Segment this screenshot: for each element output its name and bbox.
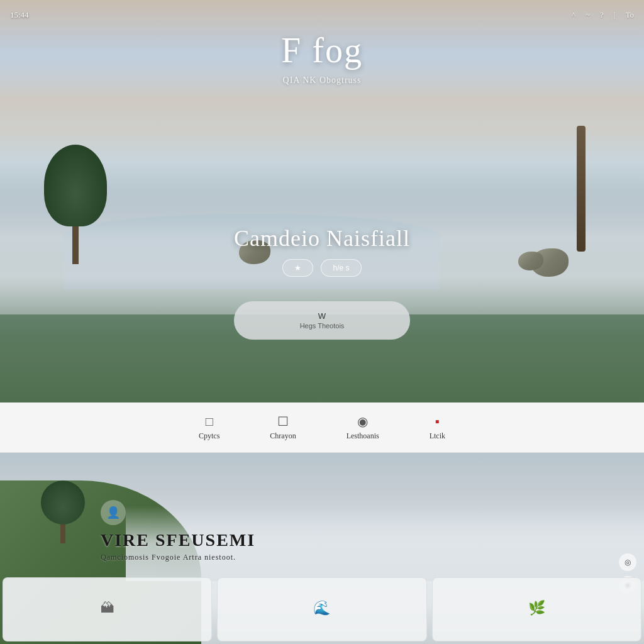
lower-section: 👤 VIRE SFEUSEMI Qamciomosis Fvogoie Artr…: [0, 453, 644, 644]
nav-item-captures[interactable]: □ Cpytcs: [199, 414, 219, 441]
hero-big-button-sub: Hegs Theotois: [284, 322, 360, 330]
locations-icon: ◉: [357, 414, 368, 429]
hero-subtitle: QIA NK Obogtruss: [283, 75, 362, 86]
nav-section: □ Cpytcs ☐ Chrayon ◉ Lesthoanis ▪ Ltcik: [0, 402, 644, 453]
time-display: 15:44: [10, 10, 29, 20]
hero-section: F fog QIA NK Obogtruss Camdeio Naisfiall…: [0, 0, 644, 402]
badge-symbol: 👤: [106, 506, 120, 519]
bottom-card-3[interactable]: 🌿: [432, 577, 641, 641]
lower-badge: 👤: [101, 500, 255, 525]
separator-icon: |: [614, 10, 616, 20]
top-bar: 15:44 ^ ~ ? | To: [0, 0, 644, 30]
locations-label: Lesthoanis: [347, 431, 379, 441]
link-label: Ltcik: [430, 431, 445, 441]
wifi-icon[interactable]: ^: [572, 10, 575, 20]
hero-title: F fog: [281, 30, 363, 70]
nav-item-locations[interactable]: ◉ Lesthoanis: [347, 414, 379, 441]
lower-content-block: 👤 VIRE SFEUSEMI Qamciomosis Fvogoie Artr…: [101, 500, 255, 562]
lower-tree: [38, 480, 88, 543]
card-3-icon: 🌿: [528, 600, 545, 616]
lower-badge-icon: 👤: [101, 500, 126, 525]
window-label: To: [625, 10, 634, 20]
nav-item-characters[interactable]: ☐ Chrayon: [270, 414, 296, 441]
hero-big-button[interactable]: W Hegs Theotois: [234, 301, 410, 340]
bottom-card-2[interactable]: 🌊: [217, 577, 426, 641]
card-2-icon: 🌊: [313, 600, 330, 616]
hero-big-button-main: W: [318, 311, 326, 321]
characters-label: Chrayon: [270, 431, 296, 441]
captures-label: Cpytcs: [199, 431, 219, 441]
lower-icon-1[interactable]: ◎: [619, 553, 636, 571]
captures-icon: □: [206, 414, 213, 429]
lower-sub-text: Qamciomosis Fvogoie Artra niestoot.: [101, 553, 255, 562]
nav-item-link[interactable]: ▪ Ltcik: [430, 414, 445, 441]
bottom-card-1[interactable]: 🏔: [3, 577, 212, 641]
card-1-icon: 🏔: [101, 600, 114, 616]
link-icon: ▪: [435, 414, 440, 429]
hero-btn-1[interactable]: ★: [282, 259, 313, 277]
hero-center-block: Camdeio Naisfiall ★ h/e s: [234, 225, 410, 277]
hero-btn-2[interactable]: h/e s: [321, 259, 361, 277]
signal-icon[interactable]: ~: [586, 10, 590, 20]
lower-main-title: VIRE SFEUSEMI: [101, 530, 255, 550]
place-title: Camdeio Naisfiall: [234, 225, 410, 252]
hero-content: F fog QIA NK Obogtruss Camdeio Naisfiall…: [0, 0, 644, 402]
hero-action-buttons: ★ h/e s: [234, 259, 410, 277]
system-icons: ^ ~ ? | To: [572, 10, 634, 20]
help-icon[interactable]: ?: [600, 10, 604, 20]
characters-icon: ☐: [277, 414, 289, 429]
bottom-cards: 🏔 🌊 🌿: [0, 575, 644, 644]
